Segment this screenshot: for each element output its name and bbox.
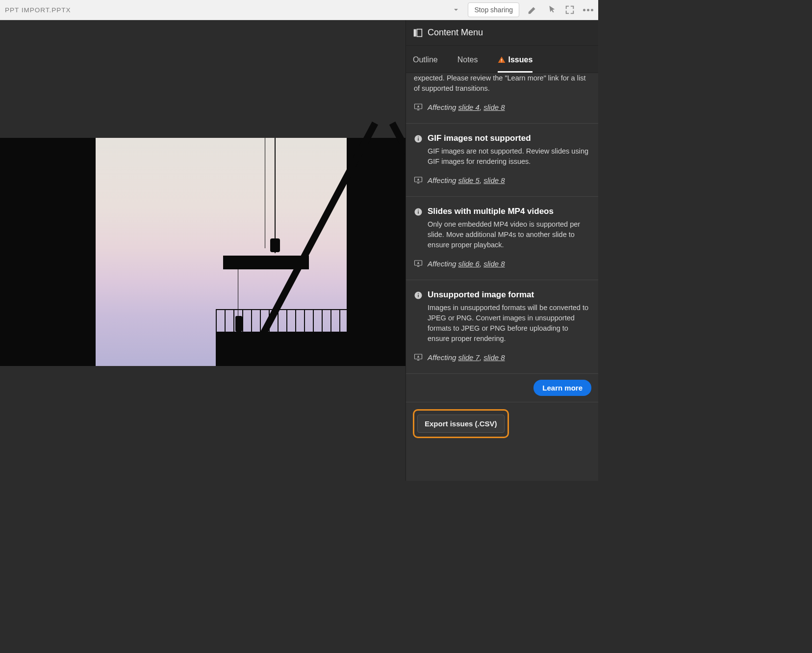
issue-item: expected. Please review the "Learn more"… [406,73,598,124]
monitor-warning-icon [414,103,423,111]
svg-rect-8 [418,137,419,138]
export-highlight: Export issues (.CSV) [413,409,509,438]
slide-link[interactable]: slide 8 [483,353,505,362]
issue-title: Unsupported image format [428,290,590,300]
issue-item: GIF images not supported GIF images are … [406,124,598,197]
svg-rect-5 [417,109,420,110]
monitor-warning-icon [414,176,423,184]
slide-stage [0,20,406,481]
export-issues-button[interactable]: Export issues (.CSV) [417,415,505,433]
issue-title: GIF images not supported [428,133,590,143]
stop-sharing-button[interactable]: Stop sharing [468,2,519,17]
warning-icon [498,56,506,64]
monitor-warning-icon [414,353,423,362]
svg-rect-15 [417,266,420,267]
topbar: PPT IMPORT.PPTX Stop sharing [0,0,598,20]
svg-rect-18 [418,293,419,294]
info-icon [414,291,423,300]
content-menu-panel: Content Menu Outline Notes Issues expect… [406,20,598,481]
slide-link[interactable]: slide 4 [458,103,480,111]
slide-link[interactable]: slide 6 [458,260,480,268]
svg-rect-10 [417,183,420,183]
tab-notes[interactable]: Notes [457,55,478,73]
issue-affecting: Affecting slide 7, slide 8 [414,353,590,362]
slide-link[interactable]: slide 5 [458,176,480,184]
svg-rect-0 [414,29,416,36]
svg-rect-1 [417,29,422,36]
issue-item: Unsupported image format Images in unsup… [406,280,598,374]
tab-issues[interactable]: Issues [498,55,533,73]
info-icon [414,134,423,143]
tab-outline[interactable]: Outline [413,55,438,73]
svg-rect-3 [501,61,502,62]
issue-description: expected. Please review the "Learn more"… [414,73,590,94]
fullscreen-icon[interactable] [564,4,575,15]
panel-tabs: Outline Notes Issues [406,46,598,73]
slide-link[interactable]: slide 8 [483,260,505,268]
issue-title: Slides with multiple MP4 videos [428,207,590,216]
issues-list[interactable]: expected. Please review the "Learn more"… [406,73,598,481]
tab-issues-label: Issues [508,55,533,64]
learn-more-row: Learn more [406,374,598,402]
slide-preview [0,138,406,366]
issue-affecting: Affecting slide 4, slide 8 [414,103,590,111]
issue-affecting: Affecting slide 5, slide 8 [414,176,590,184]
pointer-icon[interactable] [546,4,557,15]
slide-link[interactable]: slide 8 [483,103,505,111]
issue-description: GIF images are not supported. Review sli… [428,146,590,167]
issue-description: Images in unsupported formats will be co… [428,303,590,344]
panel-header: Content Menu [406,20,598,46]
issue-item: Slides with multiple MP4 videos Only one… [406,197,598,280]
svg-rect-7 [418,138,419,141]
panel-title: Content Menu [428,27,483,38]
panel-layout-icon [413,28,423,38]
slide-link[interactable]: slide 7 [458,353,480,362]
more-icon[interactable] [583,9,593,11]
svg-rect-12 [418,211,419,214]
learn-more-button[interactable]: Learn more [533,380,591,396]
issue-description: Only one embedded MP4 video is supported… [428,219,590,250]
info-icon [414,208,423,216]
svg-rect-2 [501,59,502,61]
pen-icon[interactable] [527,4,538,15]
monitor-warning-icon [414,259,423,268]
svg-rect-13 [418,210,419,211]
slide-link[interactable]: slide 8 [483,176,505,184]
issue-affecting: Affecting slide 6, slide 8 [414,259,590,268]
document-title: PPT IMPORT.PPTX [5,6,452,14]
svg-rect-20 [417,360,420,361]
svg-rect-17 [418,295,419,297]
export-row: Export issues (.CSV) [406,402,598,447]
chevron-down-icon[interactable] [452,6,460,14]
